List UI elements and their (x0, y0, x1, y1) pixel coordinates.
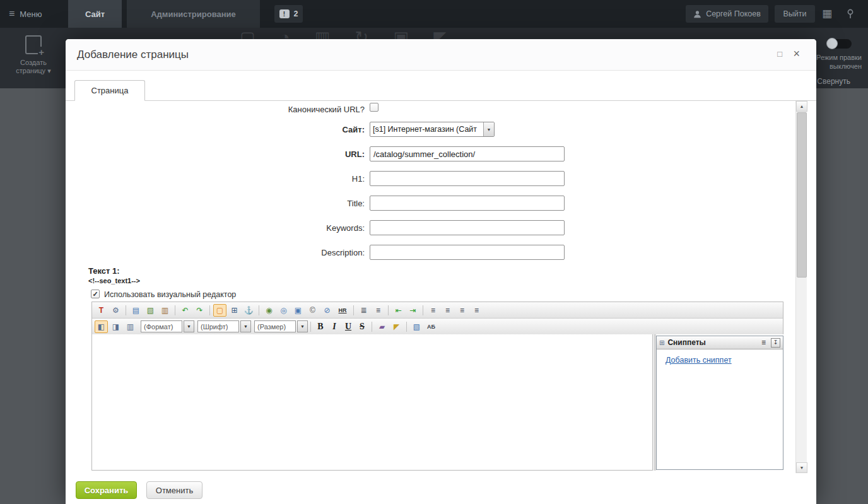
toolbar-separator (372, 322, 372, 332)
snippets-panel: ⊞ Сниппеты ≡ ↧ Добавить сниппет (656, 336, 783, 470)
snippets-dock-icon[interactable]: ↧ (771, 338, 780, 348)
align-right-icon[interactable]: ≡ (455, 304, 469, 317)
tab-administration[interactable]: Администрирование (127, 0, 260, 28)
keywords-input[interactable] (370, 220, 565, 235)
redo-icon[interactable]: ↷ (193, 304, 206, 317)
pin-icon[interactable] (845, 8, 855, 20)
editor-canvas[interactable] (91, 334, 653, 471)
toolbar-row-2: ◧ ◨ ▥ (Формат) ▼ (Шрифт) ▼ (Размер) ▼ B … (92, 319, 783, 334)
properties-panel-icon[interactable]: ◨ (109, 320, 122, 333)
site-label: Сайт: (66, 125, 365, 134)
insert-image-icon[interactable]: ▣ (291, 304, 305, 317)
form-scrollbar[interactable]: ▲ ▼ (795, 101, 807, 473)
create-page-label-line2: страницу (16, 67, 45, 74)
scrollbar-thumb[interactable] (797, 112, 807, 278)
tab-page[interactable]: Страница (74, 80, 145, 101)
unordered-list-icon[interactable]: ≡ (372, 304, 385, 317)
visual-editor-checkbox[interactable]: ✓ (91, 290, 100, 298)
site-select-value: [s1] Интернет-магазин (Сайт (370, 125, 483, 134)
description-label: Description: (66, 248, 365, 257)
highlight-icon[interactable]: ◤ (390, 320, 403, 333)
logout-button[interactable]: Выйти (775, 5, 815, 23)
site-select[interactable]: [s1] Интернет-магазин (Сайт ▼ (370, 122, 495, 137)
close-icon[interactable]: × (793, 47, 800, 61)
size-select[interactable]: (Размер) (254, 320, 296, 332)
h1-input[interactable] (370, 171, 565, 186)
ordered-list-icon[interactable]: ≣ (357, 304, 370, 317)
add-page-dialog: Добавление страницы □ × Страница Канонич… (66, 39, 816, 504)
format-select-arrow-icon[interactable]: ▼ (184, 320, 194, 332)
align-center-icon[interactable]: ≡ (441, 304, 454, 317)
cancel-button[interactable]: Отменить (146, 481, 202, 499)
editor-toolbar: T ⚙ ▤ ▧ ▥ ↶ ↷ ▢ ⊞ ⚓ ◉ ◎ ▣ (91, 302, 783, 334)
title-label: Title: (66, 199, 365, 208)
maximize-icon[interactable]: □ (777, 49, 782, 59)
font-select[interactable]: (Шрифт) (197, 320, 239, 332)
settings-icon[interactable]: ⚙ (109, 304, 122, 317)
apps-grid-icon[interactable]: ▦ (822, 7, 832, 20)
format-select[interactable]: (Формат) (141, 320, 182, 332)
outdent-icon[interactable]: ⇤ (392, 304, 405, 317)
canonical-url-checkbox[interactable] (370, 103, 378, 112)
plus-icon: + (38, 47, 45, 57)
select-arrow-icon[interactable]: ▼ (483, 122, 494, 136)
user-menu-button[interactable]: Сергей Покоев (686, 5, 768, 23)
insert-link-icon[interactable]: ◉ (262, 304, 276, 317)
size-select-arrow-icon[interactable]: ▼ (297, 320, 308, 332)
show-borders-icon[interactable]: ▢ (213, 304, 226, 317)
spellcheck-icon[interactable]: АБ (425, 320, 438, 333)
toolbar-separator (423, 305, 423, 315)
create-page-button[interactable]: + Создать страницу ▾ (10, 35, 57, 75)
copy-format-icon[interactable]: ▧ (410, 320, 423, 333)
anchor-icon[interactable]: ⚓ (242, 304, 255, 317)
hamburger-icon: ≡ (9, 8, 15, 20)
collapse-button[interactable]: Свернуть (817, 77, 850, 86)
toolbar-separator (126, 305, 126, 315)
visual-editor-label: Использовать визуальный редактор (104, 290, 236, 299)
toolbar-separator (259, 305, 259, 315)
strikethrough-icon[interactable]: S (356, 320, 368, 333)
snippets-body: Добавить сниппет (657, 349, 783, 365)
align-justify-icon[interactable]: ≡ (470, 304, 483, 317)
copyright-icon[interactable]: © (306, 304, 319, 317)
caret-down-icon: ▾ (47, 67, 51, 74)
text-color-icon[interactable]: T (95, 304, 108, 317)
copy-icon[interactable]: ▧ (144, 304, 157, 317)
eraser-icon[interactable]: ▰ (375, 320, 389, 333)
tab-site[interactable]: Сайт (68, 0, 122, 28)
scroll-down-icon[interactable]: ▼ (796, 462, 807, 473)
check-icon: ✓ (92, 290, 98, 298)
save-button[interactable]: Сохранить (76, 481, 137, 499)
code-view-icon[interactable]: ▥ (124, 320, 137, 333)
paste-icon[interactable]: ▥ (158, 304, 172, 317)
toggle-panel-icon[interactable]: ◧ (95, 320, 108, 333)
edit-mode-toggle[interactable] (828, 39, 852, 49)
url-input[interactable] (370, 146, 565, 161)
bold-icon[interactable]: B (314, 320, 327, 333)
toolbar-separator (175, 305, 175, 315)
toolbar-separator (406, 322, 407, 332)
add-snippet-link[interactable]: Добавить сниппет (666, 356, 732, 365)
notifications-button[interactable]: ! 2 (274, 5, 303, 23)
url-label: URL: (66, 149, 365, 159)
remove-link-icon[interactable]: ◎ (277, 304, 290, 317)
indent-icon[interactable]: ⇥ (406, 304, 419, 317)
title-input[interactable] (370, 196, 565, 211)
save-icon[interactable]: ▤ (129, 304, 143, 317)
font-select-arrow-icon[interactable]: ▼ (240, 320, 251, 332)
create-page-label-line1: Создать (10, 59, 57, 67)
user-name: Сергей Покоев (706, 9, 761, 18)
italic-icon[interactable]: I (328, 320, 341, 333)
menu-button[interactable]: ≡ Меню (9, 0, 42, 28)
insert-media-icon[interactable]: ⊘ (320, 304, 334, 317)
underline-icon[interactable]: U (342, 320, 355, 333)
scroll-up-icon[interactable]: ▲ (796, 101, 807, 112)
horizontal-rule-icon[interactable]: HR (335, 304, 350, 317)
edit-mode-line1: Режим правки (816, 53, 862, 62)
snippets-menu-icon[interactable]: ≡ (761, 338, 766, 347)
undo-icon[interactable]: ↶ (179, 304, 192, 317)
insert-table-icon[interactable]: ⊞ (228, 304, 241, 317)
snippets-title: Сниппеты (667, 338, 758, 347)
align-left-icon[interactable]: ≡ (426, 304, 440, 317)
description-input[interactable] (370, 245, 565, 260)
